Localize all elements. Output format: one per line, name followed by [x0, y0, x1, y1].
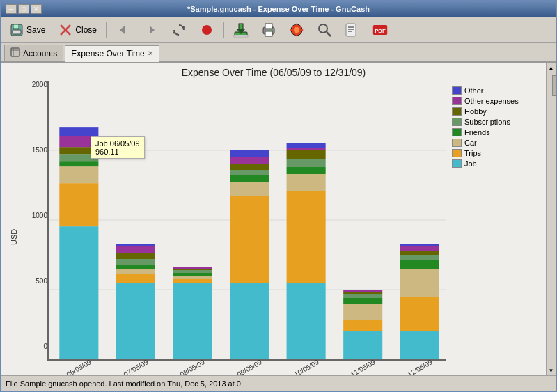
legend-color-other	[452, 86, 462, 95]
svg-rect-91	[400, 255, 439, 260]
x-axis-labels: 06/05/09 07/05/09 08/05/09 09/05/09 10/0…	[47, 362, 540, 373]
vertical-scrollbar[interactable]: ▲ ▼	[546, 63, 556, 375]
svg-rect-48	[116, 274, 155, 283]
legend-color-subscriptions	[452, 118, 462, 126]
svg-rect-15	[265, 24, 272, 29]
svg-rect-61	[173, 267, 212, 269]
svg-rect-85	[343, 290, 382, 292]
svg-rect-66	[230, 175, 269, 182]
refresh-button[interactable]	[166, 19, 191, 40]
toolbar: Save Close	[1, 17, 556, 43]
bars-container: Job 06/05/09 960.11	[47, 81, 446, 361]
svg-rect-74	[287, 167, 326, 174]
close-icon	[58, 22, 73, 38]
legend-item-subscriptions: Subscriptions	[452, 118, 535, 126]
report-icon	[345, 22, 360, 38]
print-icon	[261, 22, 276, 38]
svg-rect-68	[230, 164, 269, 170]
bar-group-7[interactable]	[400, 244, 439, 359]
tooltip-label: Job 06/05/09	[95, 139, 140, 148]
tooltip-value: 960.11	[95, 148, 140, 156]
report-button[interactable]	[340, 19, 365, 40]
tabs-bar: Accounts Expense Over Time ✕	[1, 43, 556, 63]
y-axis-label: USD	[7, 81, 21, 373]
svg-rect-89	[400, 269, 439, 297]
svg-rect-67	[230, 170, 269, 175]
svg-rect-46	[59, 127, 98, 136]
svg-rect-54	[116, 244, 155, 246]
y-tick-2000: 2000	[32, 81, 47, 88]
legend-item-other-expenses: Other expenses	[452, 97, 535, 105]
bar-group-1[interactable]	[59, 127, 98, 359]
svg-rect-87	[400, 331, 439, 359]
svg-rect-41	[59, 166, 98, 183]
scroll-thumb[interactable]	[552, 75, 556, 96]
scroll-up-button[interactable]: ▲	[547, 63, 556, 72]
minimize-button[interactable]: ─	[6, 4, 17, 14]
svg-rect-39	[59, 226, 98, 359]
legend-item-hobby: Hobby	[452, 107, 535, 116]
legend-label-subscriptions: Subscriptions	[464, 118, 510, 126]
download-button[interactable]	[228, 19, 253, 40]
title-bar: ─ □ ✕ *Sample.gnucash - Expense Over Tim…	[1, 1, 556, 17]
app-window: ─ □ ✕ *Sample.gnucash - Expense Over Tim…	[0, 0, 557, 392]
record-icon	[199, 22, 214, 38]
save-button[interactable]: Save	[4, 19, 50, 40]
svg-rect-71	[287, 283, 326, 359]
svg-rect-94	[400, 244, 439, 246]
zoom-button[interactable]	[312, 19, 337, 40]
svg-point-17	[271, 29, 273, 31]
title-bar-controls: ─ □ ✕	[6, 4, 42, 14]
svg-rect-64	[230, 196, 269, 283]
maximize-button[interactable]: □	[18, 4, 29, 14]
svg-rect-57	[173, 276, 212, 279]
forward-button[interactable]	[139, 19, 164, 40]
record-button[interactable]	[194, 19, 219, 40]
chart-panel: Expense Over Time (06/05/09 to 12/31/09)…	[1, 63, 546, 375]
tab-close-button[interactable]: ✕	[148, 49, 153, 57]
y-tick-1000: 1000	[32, 212, 47, 219]
bar-group-5[interactable]	[287, 143, 326, 359]
chart-body: USD 2000 1500 1000 500 0	[7, 81, 540, 373]
close-window-button[interactable]: ✕	[31, 4, 42, 14]
svg-point-19	[294, 27, 299, 33]
svg-point-9	[202, 25, 212, 35]
bar-group-3[interactable]	[173, 267, 212, 359]
refresh-icon	[171, 22, 187, 38]
svg-rect-93	[400, 246, 439, 251]
back-button[interactable]	[111, 19, 136, 40]
pdf-icon: PDF	[372, 22, 388, 38]
close-button[interactable]: Close	[53, 19, 102, 40]
svg-marker-5	[120, 26, 125, 34]
svg-rect-16	[265, 31, 272, 36]
svg-rect-58	[173, 273, 212, 276]
y-tick-500: 500	[36, 277, 47, 285]
bar-group-6[interactable]	[343, 290, 382, 359]
bar-group-4[interactable]	[230, 150, 269, 359]
print-button[interactable]	[256, 19, 281, 40]
settings-button[interactable]	[284, 19, 309, 40]
scroll-down-button[interactable]: ▼	[547, 366, 556, 375]
svg-rect-2	[13, 30, 21, 34]
legend-item-friends: Friends	[452, 128, 535, 136]
svg-text:PDF: PDF	[375, 27, 386, 33]
forward-icon	[143, 22, 159, 38]
legend-color-hobby	[452, 107, 462, 116]
tab-expense-over-time[interactable]: Expense Over Time ✕	[65, 45, 159, 62]
pdf-button[interactable]: PDF	[368, 19, 393, 40]
svg-rect-84	[343, 292, 382, 294]
svg-rect-86	[343, 290, 382, 290]
legend-item-other: Other	[452, 86, 535, 95]
svg-line-25	[327, 32, 331, 36]
bar-group-2[interactable]	[116, 244, 155, 359]
svg-rect-70	[230, 150, 269, 157]
separator-1	[106, 22, 107, 38]
svg-rect-69	[230, 157, 269, 164]
legend-label-trips: Trips	[464, 149, 481, 157]
zoom-icon	[317, 22, 332, 38]
svg-rect-90	[400, 260, 439, 269]
svg-rect-49	[116, 269, 155, 274]
window-title: *Sample.gnucash - Expense Over Time - Gn…	[187, 5, 370, 13]
y-axis: 2000 1500 1000 500 0	[21, 81, 47, 373]
tab-accounts[interactable]: Accounts	[4, 45, 63, 61]
